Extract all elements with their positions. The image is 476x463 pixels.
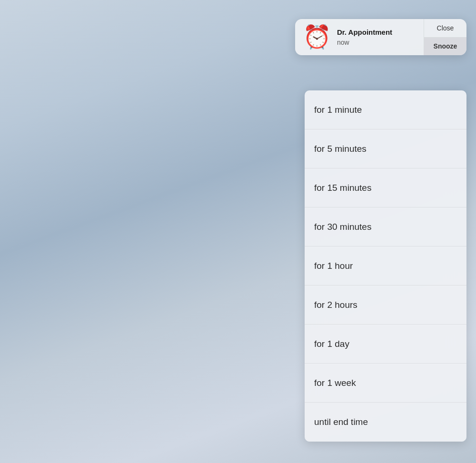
snooze-option-1day[interactable]: for 1 day bbox=[305, 325, 466, 364]
close-button[interactable]: Close bbox=[424, 19, 466, 38]
notification-subtitle: now bbox=[337, 38, 392, 47]
snooze-option-15min[interactable]: for 15 minutes bbox=[305, 168, 466, 207]
alarm-clock-icon: ⏰ bbox=[303, 26, 331, 49]
snooze-option-1week[interactable]: for 1 week bbox=[305, 364, 466, 403]
snooze-option-5min[interactable]: for 5 minutes bbox=[305, 129, 466, 168]
snooze-option-1hour[interactable]: for 1 hour bbox=[305, 246, 466, 286]
notification-title: Dr. Appointment bbox=[337, 28, 392, 37]
snooze-option-1min[interactable]: for 1 minute bbox=[305, 90, 466, 129]
notification-text-block: Dr. Appointment now bbox=[337, 28, 392, 47]
snooze-option-2hours[interactable]: for 2 hours bbox=[305, 286, 466, 325]
snooze-option-endtime[interactable]: until end time bbox=[305, 403, 466, 442]
notification-content: ⏰ Dr. Appointment now bbox=[295, 19, 424, 55]
notification-card: ⏰ Dr. Appointment now Close Snooze bbox=[295, 19, 466, 55]
notification-container: ⏰ Dr. Appointment now Close Snooze for 1… bbox=[295, 19, 466, 55]
snooze-dropdown: for 1 minutefor 5 minutesfor 15 minutesf… bbox=[305, 90, 466, 442]
notification-actions: Close Snooze bbox=[424, 19, 466, 55]
snooze-option-30min[interactable]: for 30 minutes bbox=[305, 207, 466, 246]
snooze-button[interactable]: Snooze bbox=[424, 38, 466, 56]
